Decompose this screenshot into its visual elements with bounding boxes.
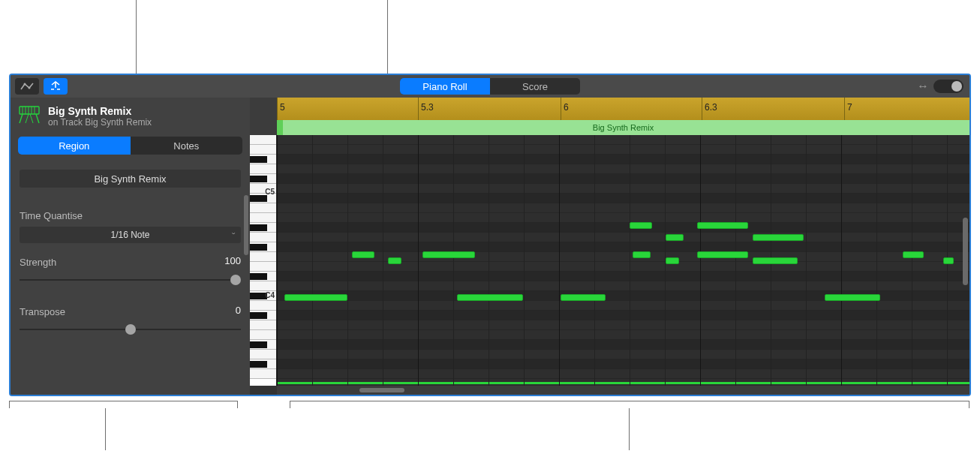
tab-score[interactable]: Score [490, 78, 580, 95]
svg-line-9 [30, 114, 33, 123]
midi-note[interactable] [352, 251, 374, 258]
svg-point-0 [24, 83, 26, 86]
note-grid[interactable] [277, 135, 969, 386]
horizontal-scrollbar[interactable] [359, 388, 404, 392]
transpose-label: Transpose [20, 306, 65, 317]
midi-note[interactable] [630, 222, 652, 229]
callout-bracket [290, 401, 969, 408]
midi-note[interactable] [284, 294, 347, 301]
editor-top-bar: Piano Roll Score ↔ [11, 75, 969, 98]
svg-line-8 [26, 114, 29, 123]
midi-note[interactable] [561, 294, 606, 301]
midi-note[interactable] [753, 234, 804, 241]
catch-playhead-button[interactable] [44, 78, 68, 95]
region-header[interactable]: Big Synth Remix [277, 120, 969, 135]
midi-note[interactable] [943, 257, 954, 264]
time-quantise-label: Time Quantise [20, 210, 83, 221]
midi-note[interactable] [753, 257, 798, 264]
inspector-panel: Big Synth Remix on Track Big Synth Remix… [11, 98, 250, 395]
seg-region[interactable]: Region [18, 137, 131, 155]
horizontal-zoom-icon: ↔ [917, 80, 929, 93]
callout-line [387, 0, 388, 74]
ruler-tick: 5.3 [421, 102, 434, 113]
midi-note[interactable] [666, 234, 684, 241]
vertical-scrollbar[interactable] [963, 218, 968, 285]
callout-line [105, 408, 106, 450]
midi-note[interactable] [633, 251, 651, 258]
midi-note[interactable] [903, 251, 924, 258]
piano-roll-editor-window: Piano Roll Score ↔ [9, 74, 971, 396]
seg-notes[interactable]: Notes [131, 137, 243, 155]
automation-icon [20, 82, 34, 91]
track-instrument-icon [18, 105, 41, 128]
track-name: Big Synth Remix [48, 105, 152, 117]
svg-point-1 [29, 87, 31, 89]
ruler-tick: 7 [847, 102, 852, 113]
midi-note[interactable] [457, 294, 523, 301]
piano-keyboard[interactable]: C5C4 [250, 135, 277, 386]
catch-playhead-icon [49, 81, 62, 92]
timeline-ruler[interactable]: 5 5.3 6 6.3 7 [277, 98, 969, 120]
callout-line [629, 408, 630, 450]
view-switch: Piano Roll Score [400, 78, 580, 95]
callout-bracket [9, 401, 238, 408]
ruler-tick: 6 [564, 102, 569, 113]
ruler-tick: 6.3 [705, 102, 717, 113]
auto-zoom-switch[interactable] [933, 80, 963, 93]
callout-line [136, 0, 137, 74]
ruler-tick: 5 [280, 102, 285, 113]
midi-note[interactable] [825, 294, 880, 301]
automation-mode-button[interactable] [15, 78, 39, 95]
piano-roll-area: 5 5.3 6 6.3 7 Big Synth Remix C5C [250, 98, 969, 395]
transpose-slider[interactable] [20, 324, 241, 335]
midi-note[interactable] [697, 222, 748, 229]
inspector-scrollbar[interactable] [244, 195, 248, 255]
key-label-c4: C4 [265, 291, 275, 299]
key-label-c5: C5 [265, 188, 275, 196]
midi-note[interactable] [388, 257, 401, 264]
midi-note[interactable] [666, 257, 679, 264]
region-name-field[interactable]: Big Synth Remix [20, 170, 241, 188]
horizontal-scrollbar-track [277, 386, 969, 395]
region-header-label: Big Synth Remix [593, 123, 654, 132]
controller-lane [277, 382, 969, 384]
inspector-mode-switch: Region Notes [18, 137, 242, 155]
tab-piano-roll[interactable]: Piano Roll [400, 78, 490, 95]
midi-note[interactable] [697, 251, 748, 258]
midi-note[interactable] [422, 251, 475, 258]
strength-slider[interactable] [20, 275, 241, 285]
strength-label: Strength [20, 257, 56, 268]
strength-value: 100 [224, 255, 241, 266]
time-quantise-select[interactable]: 1/16 Note [20, 227, 241, 243]
transpose-value: 0 [236, 305, 241, 316]
track-subtitle: on Track Big Synth Remix [48, 117, 152, 128]
